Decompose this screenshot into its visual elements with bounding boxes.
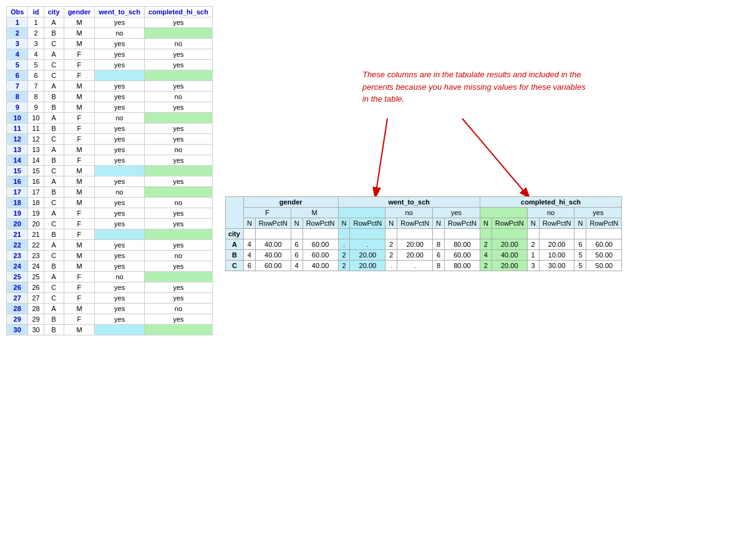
city-value: C xyxy=(225,261,243,271)
city-cell: A xyxy=(44,145,64,155)
gender-group-header: gender xyxy=(243,197,338,208)
obs-cell: 14 xyxy=(7,155,28,166)
city-cell: C xyxy=(44,39,64,49)
city-cell: B xyxy=(44,102,64,113)
completed-hi-sch-cell: yes xyxy=(144,60,212,70)
obs-cell: 1 xyxy=(7,17,28,28)
gender-cell: M xyxy=(64,145,95,155)
id-cell: 29 xyxy=(28,314,44,325)
completed-hi-sch-cell: yes xyxy=(144,155,212,166)
obs-cell: 4 xyxy=(7,49,28,60)
completed-hi-sch-cell: yes xyxy=(144,240,212,251)
city-value: A xyxy=(225,239,243,250)
col-label: N xyxy=(243,218,255,229)
went-to-sch-cell: yes xyxy=(95,17,145,28)
id-cell: 15 xyxy=(28,166,44,176)
gender-cell: F xyxy=(64,282,95,293)
gender-cell: M xyxy=(64,176,95,187)
rowpct-cell: 40.00 xyxy=(303,261,338,271)
went-to-sch-cell: yes xyxy=(95,81,145,92)
col-label: N xyxy=(291,218,303,229)
rowpct-cell: 60.00 xyxy=(303,239,338,250)
n-cell: 4 xyxy=(291,261,303,271)
left-table-container: Obs id city gender went_to_sch completed… xyxy=(6,6,213,380)
went-to-sch-cell xyxy=(95,325,145,335)
gender-cell: F xyxy=(64,293,95,304)
corner-cell xyxy=(225,197,243,229)
went-to-sch-cell: yes xyxy=(95,92,145,102)
rowpct-cell: 40.00 xyxy=(255,250,291,261)
completed-hi-sch-cell: yes xyxy=(144,282,212,293)
went-to-sch-group-header: went_to_sch xyxy=(338,197,480,208)
went-to-sch-cell: no xyxy=(95,187,145,198)
id-cell: 1 xyxy=(28,17,44,28)
rowpct-cell: 40.00 xyxy=(255,239,291,250)
obs-cell: 12 xyxy=(7,134,28,145)
annotation-text: These columns are in the tabulate result… xyxy=(362,69,587,105)
col-label: N xyxy=(480,218,492,229)
went-to-sch-cell: yes xyxy=(95,208,145,219)
obs-cell: 23 xyxy=(7,251,28,261)
city-cell: C xyxy=(44,251,64,261)
id-cell: 13 xyxy=(28,145,44,155)
went-to-sch-cell: yes xyxy=(95,123,145,134)
completed-hi-sch-cell: yes xyxy=(144,176,212,187)
went-to-sch-cell xyxy=(95,70,145,81)
obs-cell: 7 xyxy=(7,81,28,92)
obs-cell: 26 xyxy=(7,282,28,293)
col-label: RowPctN xyxy=(445,218,480,229)
rowpct-cell: 20.00 xyxy=(397,239,433,250)
gender-cell: F xyxy=(64,208,95,219)
id-cell: 20 xyxy=(28,219,44,229)
rowpct-cell: 20.00 xyxy=(539,239,574,250)
gender-cell: F xyxy=(64,314,95,325)
went-to-sch-cell: yes xyxy=(95,198,145,208)
n-cell: 6 xyxy=(574,239,586,250)
gender-cell: M xyxy=(64,261,95,272)
city-cell: A xyxy=(44,81,64,92)
n-cell: 2 xyxy=(480,261,492,271)
gender-cell: M xyxy=(64,81,95,92)
obs-cell: 29 xyxy=(7,314,28,325)
id-cell: 16 xyxy=(28,176,44,187)
id-cell: 5 xyxy=(28,60,44,70)
id-cell: 7 xyxy=(28,81,44,92)
city-cell: B xyxy=(44,314,64,325)
n-cell: . xyxy=(385,261,397,271)
gender-cell: M xyxy=(64,166,95,176)
city-cell: B xyxy=(44,92,64,102)
obs-cell: 16 xyxy=(7,176,28,187)
id-cell: 18 xyxy=(28,198,44,208)
obs-cell: 9 xyxy=(7,102,28,113)
completed-hi-sch-cell: yes xyxy=(144,134,212,145)
completed-hi-sch-cell xyxy=(144,113,212,123)
comp-sub-header: yes xyxy=(574,208,622,218)
n-cell: 4 xyxy=(243,239,255,250)
went-to-sch-cell: no xyxy=(95,113,145,123)
comp-sub-header: no xyxy=(527,208,574,218)
id-cell: 14 xyxy=(28,155,44,166)
city-cell: A xyxy=(44,17,64,28)
completed-hi-sch-cell: yes xyxy=(144,219,212,229)
city-cell: C xyxy=(44,219,64,229)
city-cell: B xyxy=(44,155,64,166)
completed-hi-sch-cell: yes xyxy=(144,293,212,304)
obs-cell: 19 xyxy=(7,208,28,219)
went-to-sch-cell: yes xyxy=(95,261,145,272)
id-cell: 23 xyxy=(28,251,44,261)
obs-cell: 21 xyxy=(7,229,28,240)
gender-cell: M xyxy=(64,92,95,102)
city-cell: B xyxy=(44,229,64,240)
gender-cell: M xyxy=(64,28,95,39)
went-to-sch-cell: yes xyxy=(95,155,145,166)
col-header-went-to-sch: went_to_sch xyxy=(95,7,145,17)
obs-cell: 30 xyxy=(7,325,28,335)
n-cell: 3 xyxy=(527,261,539,271)
obs-cell: 24 xyxy=(7,261,28,272)
city-cell: C xyxy=(44,198,64,208)
gender-cell: M xyxy=(64,304,95,314)
completed-hi-sch-cell: yes xyxy=(144,17,212,28)
svg-line-2 xyxy=(462,118,531,199)
went-sub-header: yes xyxy=(433,208,480,218)
city-cell: C xyxy=(44,60,64,70)
